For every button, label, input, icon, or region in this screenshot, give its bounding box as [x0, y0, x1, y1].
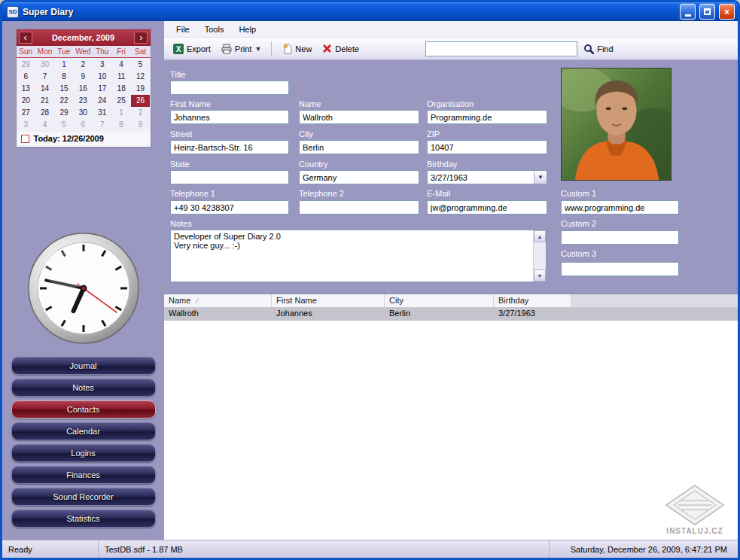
calendar-day[interactable]: 9	[74, 71, 93, 83]
custom2-field[interactable]	[561, 230, 679, 245]
calendar-day[interactable]: 13	[17, 83, 35, 95]
table-header-cell[interactable]: First Name	[272, 294, 385, 307]
calendar-day[interactable]: 11	[111, 71, 130, 83]
state-field[interactable]	[170, 170, 289, 184]
calendar-day[interactable]: 31	[93, 107, 111, 119]
menu-item-tools[interactable]: Tools	[197, 23, 232, 35]
calendar-day[interactable]: 8	[111, 119, 130, 131]
telephone1-field[interactable]	[170, 200, 289, 215]
calendar-day[interactable]: 24	[93, 95, 111, 107]
first-name-field[interactable]	[170, 110, 289, 124]
menu-item-help[interactable]: Help	[231, 23, 263, 35]
contact-form: Title First Name Name Organisation Stree…	[164, 60, 738, 294]
calendar-day[interactable]: 16	[74, 83, 93, 95]
calendar-day[interactable]: 28	[35, 107, 54, 119]
calendar-day[interactable]: 7	[35, 71, 54, 83]
toolbar: X Export Print ▼	[164, 38, 738, 60]
sidebar-item-journal[interactable]: Journal	[11, 357, 156, 375]
sidebar-item-calendar[interactable]: Calendar	[11, 422, 156, 440]
calendar-day[interactable]: 29	[54, 107, 73, 119]
calendar-today-row[interactable]: Today: 12/26/2009	[17, 132, 151, 147]
calendar-day[interactable]: 5	[54, 119, 73, 131]
custom1-field[interactable]	[561, 200, 679, 215]
scroll-up-icon[interactable]: ▲	[534, 230, 546, 242]
sidebar-item-logins[interactable]: Logins	[11, 444, 156, 462]
calendar-day[interactable]: 7	[93, 119, 111, 131]
find-button[interactable]: Find	[579, 41, 617, 56]
minimize-button[interactable]	[680, 4, 696, 20]
sidebar-item-sound-recorder[interactable]: Sound Recorder	[11, 488, 156, 506]
calendar-day[interactable]: 20	[17, 95, 35, 107]
organisation-field[interactable]	[427, 110, 547, 124]
calendar-day[interactable]: 14	[35, 83, 54, 95]
name-field[interactable]	[299, 110, 419, 124]
zip-field[interactable]	[427, 140, 547, 154]
street-field[interactable]	[170, 140, 289, 154]
notes-field[interactable]: Developer of Super Diary 2.0 Very nice g…	[171, 230, 533, 282]
calendar-day[interactable]: 27	[17, 107, 35, 119]
chevron-down-icon[interactable]: ▼	[534, 171, 547, 184]
email-label: E-Mail	[427, 189, 450, 198]
next-month-button[interactable]: ›	[134, 32, 148, 44]
status-database: TestDB.sdf - 1.87 MB	[99, 540, 550, 558]
table-header-cell[interactable]: Name	[164, 294, 272, 307]
calendar-day[interactable]: 3	[93, 59, 111, 71]
sidebar-item-statistics[interactable]: Statistics	[11, 510, 156, 528]
calendar-day[interactable]: 5	[131, 59, 150, 71]
calendar-day[interactable]: 15	[54, 83, 73, 95]
table-cell: Berlin	[385, 308, 494, 321]
custom3-field[interactable]	[561, 262, 679, 276]
scroll-down-icon[interactable]: ▼	[534, 269, 546, 282]
calendar-day[interactable]: 23	[74, 95, 93, 107]
maximize-icon	[704, 8, 711, 15]
calendar-day[interactable]: 30	[74, 107, 93, 119]
birthday-select[interactable]: 3/27/1963 ▼	[427, 170, 547, 184]
calendar-day[interactable]: 1	[54, 59, 73, 71]
print-dropdown-icon[interactable]: ▼	[254, 45, 261, 53]
calendar-day[interactable]: 8	[54, 71, 73, 83]
calendar-day[interactable]: 12	[131, 71, 150, 83]
table-header-cell[interactable]: Birthday	[494, 294, 571, 307]
custom3-label: Custom 3	[561, 249, 596, 258]
calendar-day[interactable]: 17	[93, 83, 111, 95]
sidebar-item-contacts[interactable]: Contacts	[11, 400, 156, 418]
email-field[interactable]	[427, 200, 547, 215]
table-header-cell[interactable]: City	[385, 294, 494, 307]
calendar-day[interactable]: 19	[131, 83, 150, 95]
calendar-day[interactable]: 6	[17, 71, 35, 83]
calendar-day[interactable]: 30	[35, 59, 54, 71]
calendar-day[interactable]: 4	[111, 59, 130, 71]
calendar-day[interactable]: 2	[131, 107, 150, 119]
search-input[interactable]	[425, 41, 577, 56]
calendar-day[interactable]: 4	[35, 119, 54, 131]
calendar-day[interactable]: 1	[111, 107, 130, 119]
close-button[interactable]: ×	[719, 4, 735, 20]
calendar-month-label: December, 2009	[52, 33, 114, 42]
calendar-day[interactable]: 6	[74, 119, 93, 131]
city-field[interactable]	[299, 140, 419, 154]
calendar-day[interactable]: 3	[17, 119, 35, 131]
calendar-day[interactable]: 9	[131, 119, 150, 131]
print-button[interactable]: Print ▼	[217, 41, 266, 56]
calendar-day[interactable]: 25	[111, 95, 130, 107]
delete-button[interactable]: Delete	[318, 41, 364, 56]
sidebar-item-finances[interactable]: Finances	[11, 466, 156, 484]
calendar-day[interactable]: 22	[54, 95, 73, 107]
export-button[interactable]: X Export	[169, 41, 215, 56]
calendar-day[interactable]: 10	[93, 71, 111, 83]
calendar-day[interactable]: 26	[131, 95, 150, 107]
calendar-day[interactable]: 29	[17, 59, 35, 71]
title-field[interactable]	[170, 81, 289, 95]
calendar-day[interactable]: 21	[35, 95, 54, 107]
table-row[interactable]: WallrothJohannesBerlin3/27/1963	[164, 308, 738, 321]
notes-scrollbar[interactable]: ▲ ▼	[533, 230, 546, 282]
calendar-day[interactable]: 2	[74, 59, 93, 71]
new-button[interactable]: ✱ New	[277, 41, 316, 56]
telephone2-field[interactable]	[299, 200, 419, 215]
sidebar-item-notes[interactable]: Notes	[11, 379, 156, 397]
menu-item-file[interactable]: File	[169, 23, 197, 35]
calendar-day[interactable]: 18	[111, 83, 130, 95]
maximize-button[interactable]	[699, 4, 715, 20]
country-field[interactable]	[299, 170, 419, 184]
prev-month-button[interactable]: ‹	[19, 32, 32, 44]
